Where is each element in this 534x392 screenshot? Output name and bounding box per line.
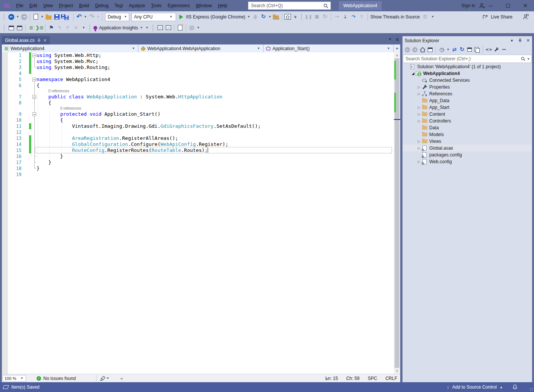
- switch-views-icon[interactable]: [427, 45, 433, 54]
- solution-configurations-combo[interactable]: Debug▼: [105, 13, 129, 21]
- collapse-arrow-icon[interactable]: ◢: [410, 72, 416, 75]
- add-to-source-control-button[interactable]: Add to Source Control: [452, 384, 497, 390]
- line-indicator[interactable]: Ln: 15: [325, 376, 338, 381]
- code-line-19[interactable]: 19: [2, 172, 394, 178]
- show-all-files-icon[interactable]: [474, 45, 480, 54]
- threads-list-icon[interactable]: ≣: [421, 12, 429, 21]
- code-line-17[interactable]: 17 }: [2, 159, 394, 165]
- codelens-references[interactable]: 0 references: [2, 106, 394, 111]
- expand-arrow-icon[interactable]: ▷: [416, 160, 422, 164]
- close-panel-icon[interactable]: ✕: [526, 38, 530, 43]
- restart-button[interactable]: ↻: [321, 12, 329, 21]
- hscroll-left-icon[interactable]: ◀: [120, 377, 122, 380]
- toolbar-grip[interactable]: [152, 24, 154, 31]
- menu-help[interactable]: Help: [215, 0, 230, 11]
- scroll-up-icon[interactable]: ▲: [394, 52, 400, 58]
- se-forward-icon[interactable]: →: [412, 45, 418, 54]
- code-editor[interactable]: 1using System.Web.Http;2using System.Web…: [2, 52, 400, 374]
- menu-extensions[interactable]: Extensions: [165, 0, 193, 11]
- code-cleanup-dropdown[interactable]: ▼: [106, 377, 109, 380]
- sign-in-link[interactable]: Sign in: [461, 3, 475, 8]
- code-line-7[interactable]: 7 public class WebApiApplication : Syste…: [2, 94, 394, 100]
- source-control-dropdown[interactable]: ▲: [500, 386, 503, 389]
- expand-arrow-icon[interactable]: ▷: [416, 85, 422, 89]
- tree-item-controllers[interactable]: ▷Controllers: [402, 118, 532, 124]
- nav-member-combo[interactable]: Application_Start() ▼: [264, 44, 393, 52]
- format-selection-icon[interactable]: ❯≣: [35, 23, 44, 32]
- new-file-dropdown[interactable]: ▼: [41, 15, 44, 18]
- toggle-bookmark-icon[interactable]: ⚑: [47, 23, 55, 32]
- toolbar-grip[interactable]: [89, 24, 91, 31]
- navigate-forward-button[interactable]: →: [20, 12, 28, 21]
- solution-explorer-search[interactable]: Search Solution Explorer (Ctrl+;) ▼: [403, 55, 532, 63]
- close-tab-icon[interactable]: ✕: [43, 38, 47, 43]
- sync-with-active-document-icon[interactable]: ⇄: [451, 45, 458, 54]
- toolbar-grip[interactable]: [301, 14, 303, 20]
- collapse-all-icon[interactable]: [466, 45, 473, 54]
- toolbar-grip[interactable]: [3, 14, 5, 20]
- publish-icon[interactable]: [176, 23, 184, 32]
- notifications-bell-icon[interactable]: [513, 384, 517, 390]
- fold-collapse-icon[interactable]: [32, 78, 36, 81]
- navigate-back-window-icon[interactable]: [7, 23, 15, 32]
- column-indicator[interactable]: Ch: 59: [346, 376, 360, 381]
- code-line-4[interactable]: 4: [2, 70, 394, 77]
- pin-icon[interactable]: [37, 38, 41, 43]
- eol-indicator[interactable]: CRLF: [386, 376, 397, 381]
- refresh-button[interactable]: ↻: [259, 12, 268, 21]
- commit-icon[interactable]: ↓: [164, 23, 173, 32]
- code-line-2[interactable]: 2using System.Web.Mvc;: [2, 58, 394, 64]
- toolbar-overflow[interactable]: ▼: [430, 16, 435, 18]
- stop-button[interactable]: ■: [313, 12, 321, 21]
- undo-dropdown[interactable]: ▼: [84, 15, 87, 18]
- expand-arrow-icon[interactable]: ▷: [416, 92, 422, 96]
- menu-analyze[interactable]: Analyze: [126, 0, 148, 11]
- split-editor-button[interactable]: ÷: [394, 44, 400, 52]
- tree-item-content[interactable]: ▷Content: [402, 111, 532, 118]
- step-return-icon[interactable]: ↑: [358, 12, 366, 21]
- menu-project[interactable]: Project: [56, 0, 76, 11]
- solution-platforms-combo[interactable]: Any CPU▼: [132, 13, 176, 21]
- zoom-level-combo[interactable]: 100 %▼: [3, 375, 26, 382]
- fold-collapse-icon[interactable]: [32, 54, 36, 57]
- start-debugging-button[interactable]: IIS Express (Google Chrome): [185, 14, 246, 20]
- expand-arrow-icon[interactable]: ▷: [416, 146, 422, 150]
- step-over-icon[interactable]: →: [333, 12, 341, 21]
- tree-item-data[interactable]: Data: [402, 124, 532, 131]
- editor-options-gear-icon[interactable]: ⚙: [395, 37, 399, 42]
- feedback-icon[interactable]: [523, 14, 529, 20]
- previous-bookmark-icon[interactable]: ↰: [55, 23, 64, 32]
- toolbar-grip[interactable]: [3, 24, 5, 31]
- tree-item-solution-webapplication4-1-of-1-project[interactable]: Solution 'WebApplication4' (1 of 1 proje…: [402, 63, 532, 70]
- home-button[interactable]: [284, 12, 292, 21]
- window-list-icon[interactable]: [15, 23, 24, 32]
- tree-item-properties[interactable]: ▷Properties: [402, 84, 532, 90]
- solution-explorer-titlebar[interactable]: Solution Explorer ▼ ✕: [402, 36, 532, 45]
- code-line-13[interactable]: 13 AreaRegistration.RegisterAllAreas();: [2, 135, 394, 141]
- menu-build[interactable]: Build: [76, 0, 92, 11]
- code-line-3[interactable]: 3using System.Web.Routing;: [2, 64, 394, 70]
- run-target-dropdown[interactable]: ▼: [247, 15, 250, 18]
- application-insights-button[interactable]: Application Insights: [98, 25, 139, 31]
- code-line-9[interactable]: 9 protected void Application_Start(): [2, 111, 394, 117]
- se-back-icon[interactable]: ←: [404, 45, 411, 54]
- add-to-source-control-icon[interactable]: ↓: [156, 23, 164, 32]
- tree-item-views[interactable]: ▷Views: [402, 138, 532, 145]
- code-line-10[interactable]: 10 {: [2, 117, 394, 123]
- pending-changes-filter-icon[interactable]: ◷: [438, 45, 445, 54]
- se-home-icon[interactable]: [419, 45, 426, 54]
- save-all-button[interactable]: [61, 12, 72, 21]
- space-indicator[interactable]: SPC: [368, 376, 377, 381]
- view-code-icon[interactable]: <>: [485, 45, 492, 54]
- vertical-scrollbar[interactable]: ▲ ▼: [394, 52, 400, 374]
- menu-test[interactable]: Test: [112, 0, 126, 11]
- save-button[interactable]: [53, 12, 61, 21]
- toolbar-overflow[interactable]: ▼: [145, 27, 149, 29]
- document-dropdown-icon[interactable]: ▼: [388, 37, 392, 42]
- tree-item-references[interactable]: ▷References: [402, 90, 532, 97]
- expand-arrow-icon[interactable]: ▷: [416, 139, 422, 143]
- next-bookmark-icon[interactable]: ↱: [64, 23, 72, 32]
- code-line-8[interactable]: 8 {: [2, 100, 394, 106]
- tree-item-global-asax[interactable]: ▷⚙Global.asax: [402, 145, 532, 152]
- toolbar-overflow[interactable]: ▼: [197, 26, 200, 29]
